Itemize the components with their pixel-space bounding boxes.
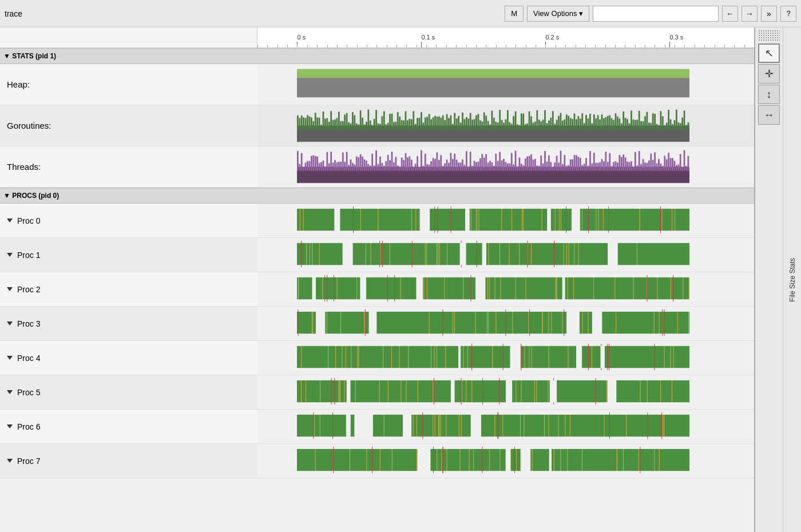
threads-track-row[interactable]	[257, 146, 754, 188]
ruler-right: 0 s0.1 s0.2 s0.3 s	[257, 27, 754, 47]
tool-panel: ↖ ✛ ↕ ↔	[754, 27, 783, 532]
goroutines-track-row[interactable]	[257, 105, 754, 146]
side-label-container: File Size Stats	[783, 27, 801, 532]
m-button[interactable]: M	[505, 6, 524, 22]
right-tracks-column	[257, 48, 754, 532]
help-button[interactable]: ?	[780, 6, 796, 22]
proc-3-track[interactable]	[257, 307, 754, 341]
proc-0-track[interactable]	[257, 204, 754, 238]
procs-section-header: ▼ PROCS (pid 0)	[0, 188, 257, 204]
proc-1-track[interactable]	[257, 238, 754, 272]
nav-forward-button[interactable]: →	[741, 6, 758, 22]
proc-5-track[interactable]	[257, 375, 754, 410]
goroutines-label: Goroutines:	[7, 121, 51, 130]
chevron-icon-0	[7, 219, 13, 223]
file-size-stats-label: File Size Stats	[788, 258, 796, 302]
app-title: trace	[5, 9, 22, 18]
proc-1-label: Proc 1	[17, 251, 40, 260]
center-area: 0 s0.1 s0.2 s0.3 s ▼ STATS (pid 1) Heap:	[0, 27, 754, 532]
body-area: 0 s0.1 s0.2 s0.3 s ▼ STATS (pid 1) Heap:	[0, 27, 801, 532]
search-input[interactable]	[593, 6, 719, 22]
proc-7-track[interactable]	[257, 444, 754, 478]
proc-5-label: Proc 5	[17, 388, 40, 397]
chevron-icon-3	[7, 321, 13, 325]
zoom-v-icon: ↕	[767, 89, 772, 101]
move-icon: ✛	[765, 68, 774, 80]
chevron-icon-1	[7, 253, 13, 257]
proc-label-row-4: Proc 4	[0, 341, 257, 375]
nav-more-button[interactable]: »	[761, 6, 777, 22]
proc-6-track[interactable]	[257, 410, 754, 444]
proc-4-track[interactable]	[257, 341, 754, 375]
proc-3-label: Proc 3	[17, 319, 40, 328]
procs-section-track-header	[257, 188, 754, 204]
proc-label-row-3: Proc 3	[0, 307, 257, 341]
chevron-icon-4	[7, 356, 13, 360]
proc-2-track[interactable]	[257, 272, 754, 307]
heap-label-row: Heap:	[0, 64, 257, 105]
proc-label-row-6: Proc 6	[0, 410, 257, 444]
move-tool-button[interactable]: ✛	[758, 64, 780, 84]
zoom-h-tool-button[interactable]: ↔	[758, 105, 780, 125]
heap-label: Heap:	[7, 80, 30, 89]
heap-track-row[interactable]	[257, 64, 754, 105]
proc-label-row-7: Proc 7	[0, 444, 257, 478]
ruler-row: 0 s0.1 s0.2 s0.3 s	[0, 27, 754, 48]
proc-label-row-5: Proc 5	[0, 375, 257, 410]
proc-label-row-0: Proc 0	[0, 204, 257, 238]
goroutines-label-row: Goroutines:	[0, 105, 257, 146]
proc-label-row-1: Proc 1	[0, 238, 257, 272]
proc-label-row-2: Proc 2	[0, 272, 257, 307]
cursor-icon: ↖	[765, 47, 774, 59]
app-window: trace M View Options ▾ ← → » ? 0 s0.1 s0…	[0, 0, 801, 532]
nav-back-button[interactable]: ←	[722, 6, 738, 22]
proc-7-label: Proc 7	[17, 456, 40, 466]
chevron-icon-5	[7, 390, 13, 394]
proc-0-label: Proc 0	[17, 216, 40, 225]
proc-6-label: Proc 6	[17, 422, 40, 431]
scrollable-content[interactable]: ▼ STATS (pid 1) Heap: Goroutines: Thread…	[0, 48, 754, 532]
threads-label-row: Threads:	[0, 146, 257, 188]
left-labels-column: ▼ STATS (pid 1) Heap: Goroutines: Thread…	[0, 48, 257, 532]
chevron-icon-7	[7, 459, 13, 463]
stats-section-track-header	[257, 48, 754, 64]
ruler-left-spacer	[0, 27, 257, 47]
proc-2-label: Proc 2	[17, 285, 40, 294]
proc-4-label: Proc 4	[17, 354, 40, 363]
select-tool-button[interactable]: ↖	[758, 43, 780, 63]
dotted-handle	[758, 30, 780, 41]
topbar: trace M View Options ▾ ← → » ?	[0, 0, 801, 27]
chevron-icon-6	[7, 424, 13, 428]
chevron-icon-2	[7, 287, 13, 291]
stats-section-header: ▼ STATS (pid 1)	[0, 48, 257, 64]
zoom-v-tool-button[interactable]: ↕	[758, 85, 780, 104]
zoom-h-icon: ↔	[764, 109, 774, 121]
view-options-button[interactable]: View Options ▾	[527, 6, 589, 22]
threads-label: Threads:	[7, 162, 41, 172]
